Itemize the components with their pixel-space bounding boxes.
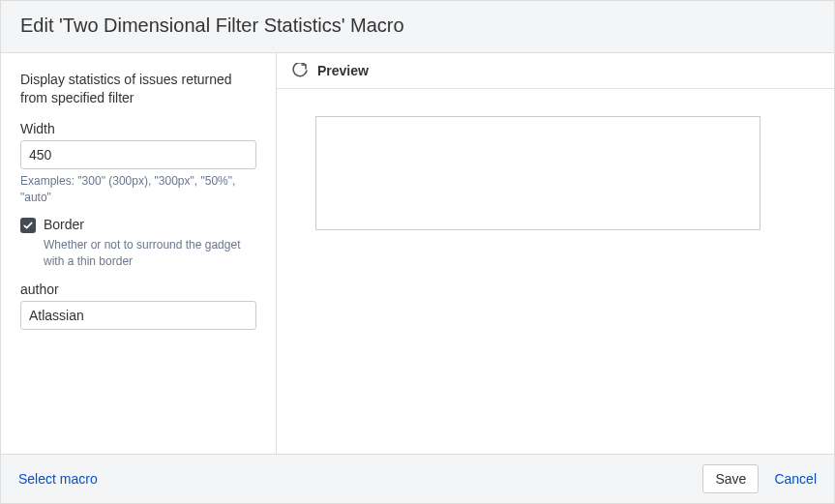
preview-header: Preview — [277, 53, 834, 89]
author-label: author — [20, 282, 256, 297]
preview-title: Preview — [317, 63, 369, 78]
save-button[interactable]: Save — [702, 464, 759, 493]
cancel-button[interactable]: Cancel — [774, 471, 817, 487]
preview-gadget-placeholder — [315, 116, 760, 230]
dialog-body: Display statistics of issues returned fr… — [1, 53, 834, 454]
select-macro-link[interactable]: Select macro — [18, 471, 98, 487]
preview-pane: Preview — [277, 53, 834, 454]
author-field: author — [20, 282, 256, 330]
border-label: Border — [44, 217, 84, 232]
config-panel: Display statistics of issues returned fr… — [1, 53, 277, 454]
border-checkbox[interactable] — [20, 218, 36, 233]
width-field: Width Examples: "300" (300px), "300px", … — [20, 121, 256, 206]
dialog-actions: Save Cancel — [702, 464, 817, 493]
author-input[interactable] — [20, 301, 256, 330]
dialog-footer: Select macro Save Cancel — [1, 454, 834, 503]
check-icon — [22, 220, 34, 231]
preview-body — [277, 89, 834, 454]
dialog-title: Edit 'Two Dimensional Filter Statistics'… — [20, 15, 815, 37]
refresh-icon[interactable] — [292, 63, 308, 78]
width-hint: Examples: "300" (300px), "300px", "50%",… — [20, 173, 256, 206]
dialog-header: Edit 'Two Dimensional Filter Statistics'… — [1, 1, 834, 53]
macro-description: Display statistics of issues returned fr… — [20, 71, 256, 107]
width-label: Width — [20, 121, 256, 136]
border-hint: Whether or not to surround the gadget wi… — [44, 237, 256, 270]
width-input[interactable] — [20, 140, 256, 169]
border-field: Border Whether or not to surround the ga… — [20, 217, 256, 270]
